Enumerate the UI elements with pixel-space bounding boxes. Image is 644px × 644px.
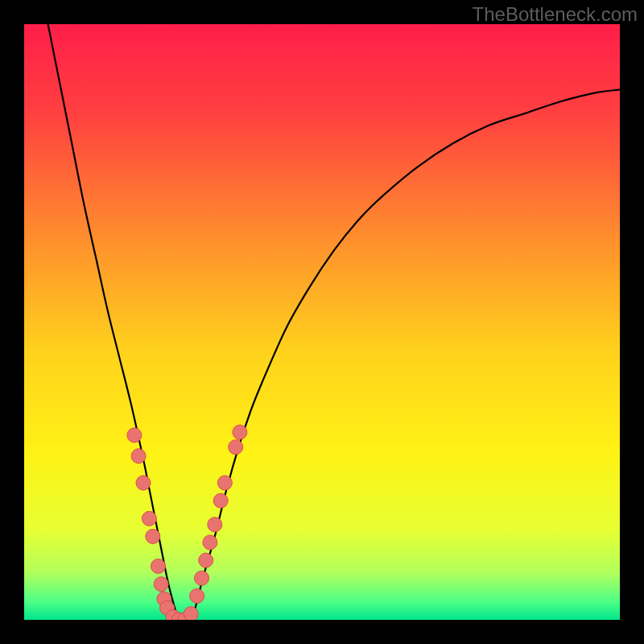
marker-dot [131,449,146,464]
watermark-text: TheBottleneck.com [473,3,638,26]
marker-dot [233,425,247,440]
plot-area [24,24,620,620]
marker-dot [217,476,232,490]
marker-dot [136,476,151,490]
marker-dot [229,440,243,454]
marker-dot [213,493,228,508]
chart-frame: TheBottleneck.com [0,0,644,644]
gradient-background [24,24,620,620]
marker-dot [154,577,168,592]
marker-dot [127,428,142,443]
marker-dot [151,559,166,573]
marker-dot [146,529,160,543]
marker-dot [142,511,156,526]
marker-dot [195,571,209,585]
marker-dot [203,535,217,550]
chart-svg [24,24,620,620]
marker-dot [184,607,198,620]
marker-dot [199,553,213,568]
marker-dot [208,518,222,532]
marker-dot [190,588,204,603]
